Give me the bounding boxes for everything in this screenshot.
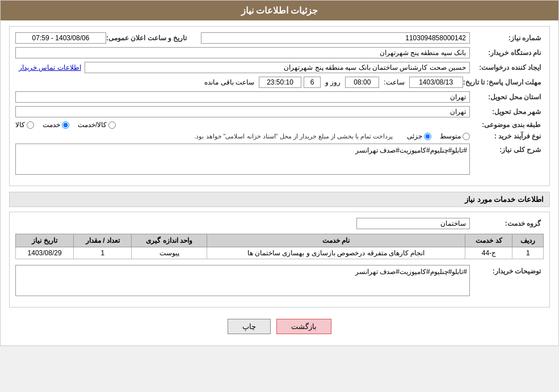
process-radio-motavasset[interactable] [463,133,470,140]
buyer-desc-row: توضیحات خریدار: [15,265,544,298]
col-header-unit: واحد اندازه گیری [132,234,207,247]
creator-value: حسین صحت کارشناس ساختمان بانک سپه منطقه … [85,62,470,73]
creator-row: ایجاد کننده درخواست: حسین صحت کارشناس سا… [15,62,544,73]
process-label-jozii: جزئی [407,132,422,140]
deadline-time: 08:00 [345,77,379,88]
deadline-time-label: ساعت: [381,78,406,86]
col-header-quantity: تعداد / مقدار [74,234,132,247]
cell-row-num: 1 [512,247,544,259]
page-title: جزئیات اطلاعات نیاز [1,1,558,20]
col-header-name: نام خدمت [207,234,465,247]
org-name-value: بانک سپه منطقه پنج شهرتهران [15,47,470,58]
category-label-khedmat: خدمت [43,121,60,129]
category-option-kala[interactable]: کالا [15,121,34,129]
need-desc-label: شرح کلی نیاز: [470,144,544,154]
deadline-days: 6 [304,77,321,88]
col-header-code: کد خدمت [465,234,512,247]
cell-unit: پیوست [132,247,207,259]
city-label: شهر محل تحویل: [470,108,544,116]
process-label-motavasset: متوسط [440,132,461,140]
city-value: تهران [15,106,470,117]
col-header-row-num: ردیف [512,234,544,247]
cell-quantity: 1 [74,247,132,259]
deadline-date: 1403/08/13 [409,77,463,88]
cell-date: 1403/08/29 [16,247,74,259]
table-row: 1 ج-44 انجام کارهای متفرقه درخصوص بازساز… [16,247,544,259]
province-label: استان محل تحویل: [470,93,544,101]
process-option-jozii[interactable]: جزئی [407,132,431,140]
creator-label: ایجاد کننده درخواست: [470,64,544,71]
group-row: گروه خدمت: ساختمان [15,218,544,229]
org-name-row: نام دستگاه خریدار: بانک سپه منطقه پنج شه… [15,47,544,58]
services-section: گروه خدمت: ساختمان ردیف کد خدمت نام خدمت… [9,212,550,307]
category-radio-khedmat[interactable] [62,121,69,129]
group-label: گروه خدمت: [470,220,544,227]
services-section-title: اطلاعات خدمات مورد نیاز [9,192,550,207]
province-row: استان محل تحویل: تهران [15,91,544,103]
print-button[interactable]: چاپ [228,319,271,334]
org-name-label: نام دستگاه خریدار: [470,49,544,57]
need-desc-row: شرح کلی نیاز: [15,144,544,176]
need-number-value: 1103094858000142 [201,32,470,44]
category-radio-kala[interactable] [27,121,34,129]
group-value: ساختمان [356,218,470,229]
back-button[interactable]: بازگشت [276,319,331,334]
pub-date-label: تاریخ و ساعت اعلان عمومی: [106,34,190,42]
category-radio-kala-khedmat[interactable] [108,121,116,129]
need-number-label: شماره نیاز: [470,34,544,42]
deadline-days-label: روز و [323,78,343,86]
deadline-remaining: 23:50:10 [259,77,301,88]
category-option-kala-khedmat[interactable]: کالا/خدمت [78,121,116,129]
process-option-motavasset[interactable]: متوسط [440,132,470,140]
buyer-desc-textarea[interactable] [15,265,470,296]
buyer-desc-label: توضیحات خریدار: [470,265,544,275]
cell-name: انجام کارهای متفرقه درخصوص بازسازی و بهس… [207,247,465,259]
category-row: طبقه بندی موضوعی: کالا/خدمت خدمت کالا [15,121,544,129]
city-row: شهر محل تحویل: تهران [15,106,544,117]
need-number-row: شماره نیاز: 1103094858000142 تاریخ و ساع… [15,32,544,44]
category-radio-group: کالا/خدمت خدمت کالا [15,121,470,129]
process-label: نوع فرآیند خرید : [470,132,544,140]
need-desc-textarea[interactable] [15,144,470,175]
main-info-section: شماره نیاز: 1103094858000142 تاریخ و ساع… [9,26,550,186]
category-label-kala: کالا [15,121,25,129]
process-note: پرداخت تمام یا بخشی از مبلغ خریدار از مح… [194,133,393,140]
deadline-label: مهلت ارسال پاسخ: تا تاریخ: [463,78,544,86]
process-radio-jozii[interactable] [424,133,431,140]
category-option-khedmat[interactable]: خدمت [43,121,69,129]
deadline-row: مهلت ارسال پاسخ: تا تاریخ: 1403/08/13 سا… [15,77,544,88]
contact-link[interactable]: اطلاعات تماس خریدار [15,64,85,71]
category-label-kala-khedmat: کالا/خدمت [78,121,107,129]
button-row: بازگشت چاپ [9,313,550,340]
deadline-remaining-label: ساعت باقی مانده [202,78,257,86]
cell-code: ج-44 [465,247,512,259]
services-table: ردیف کد خدمت نام خدمت واحد اندازه گیری ت… [15,234,544,259]
col-header-date: تاریخ نیاز [16,234,74,247]
process-row: نوع فرآیند خرید : متوسط جزئی پرداخت تمام… [15,132,544,140]
category-label: طبقه بندی موضوعی: [470,121,544,129]
province-value: تهران [15,91,470,103]
pub-date-value: 1403/08/06 - 07:59 [15,32,106,44]
